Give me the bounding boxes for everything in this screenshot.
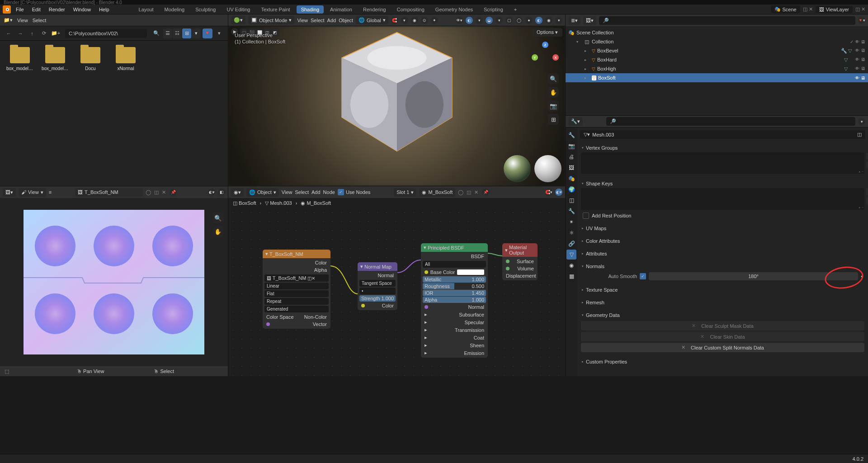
viewport-options[interactable]: Options ▾ bbox=[532, 28, 562, 37]
uvmap-field[interactable]: • bbox=[359, 288, 396, 294]
area-type-icon[interactable]: 🖼▾ bbox=[3, 188, 16, 197]
roughness-slider[interactable]: Roughness0.500 bbox=[423, 283, 486, 289]
vp-menu[interactable]: View bbox=[297, 18, 308, 23]
workspace-tab[interactable]: Rendering bbox=[359, 5, 391, 14]
nav-back-icon[interactable]: ← bbox=[4, 28, 14, 38]
node-image-texture[interactable]: ▾T_BoxSoft_NM Color Alpha 🖼 T_BoxSoft_NM… bbox=[263, 250, 330, 329]
menu-edit[interactable]: Edit bbox=[29, 6, 44, 13]
cube-mesh[interactable] bbox=[329, 24, 465, 160]
overlay-dd[interactable]: ▾ bbox=[495, 17, 503, 24]
area-type-icon[interactable]: 🔧▾ bbox=[568, 117, 583, 126]
vp-menu[interactable]: Select bbox=[311, 18, 325, 23]
outliner-row[interactable]: ▸▽BoxBevel🔧 ▽ 👁 🖥 bbox=[566, 46, 868, 55]
material-selector[interactable]: ◉ M_BoxSoft bbox=[419, 188, 455, 197]
metallic-slider[interactable]: Metallic1.000 bbox=[423, 276, 486, 283]
proptab-physics-icon[interactable]: ⚛ bbox=[566, 228, 576, 238]
outliner-search[interactable]: 🔎 bbox=[599, 16, 855, 25]
add-icon[interactable]: + bbox=[866, 188, 868, 195]
misc-icon[interactable]: ✦ bbox=[431, 17, 438, 24]
img-actions[interactable]: ◯ ◫ ✕ bbox=[146, 189, 167, 195]
workspace-tab[interactable]: Modeling bbox=[160, 5, 189, 14]
axis-x-icon[interactable]: X bbox=[552, 54, 559, 61]
orient-selector[interactable]: 🌐Global▾ bbox=[356, 16, 388, 24]
propedit-icon[interactable]: ◉ bbox=[411, 17, 418, 24]
nav-refresh-icon[interactable]: ⟳ bbox=[39, 28, 49, 38]
view-sort-icon[interactable]: ▾ bbox=[192, 28, 201, 38]
proptab-scene-icon[interactable]: 🎭 bbox=[566, 174, 576, 184]
proptab-render-icon[interactable]: 📷 bbox=[566, 141, 576, 151]
img-selector[interactable]: 🖼T_BoxSoft_NM bbox=[75, 188, 143, 196]
proptab-mesh-icon[interactable]: ▽ bbox=[566, 250, 576, 260]
vertex-groups-list[interactable]: + ▾ ▸ ┄ bbox=[581, 152, 864, 174]
pin-icon[interactable]: 📌 bbox=[482, 189, 489, 196]
proptab-output-icon[interactable]: 🖨 bbox=[566, 152, 576, 162]
proptab-tool-icon[interactable]: 🔧 bbox=[566, 130, 576, 140]
overlay-toggle[interactable]: ◒ bbox=[486, 17, 493, 24]
zoom-icon[interactable]: 🔍 bbox=[212, 213, 223, 223]
folder-item[interactable]: xNormal bbox=[112, 47, 139, 71]
proptab-modifier-icon[interactable]: 🔧 bbox=[566, 206, 576, 216]
proj-field[interactable]: Flat bbox=[264, 290, 329, 297]
view-thumb-icon[interactable]: ⊞ bbox=[182, 28, 191, 38]
strength-slider[interactable]: Strength1.000 bbox=[359, 295, 396, 302]
xray-icon[interactable]: ▢ bbox=[505, 17, 513, 24]
add-icon[interactable]: + bbox=[866, 152, 868, 160]
dist-field[interactable]: All bbox=[423, 261, 486, 268]
rest-pos-checkbox[interactable] bbox=[583, 213, 589, 219]
panel-header[interactable]: ▸Remesh bbox=[581, 298, 864, 307]
workspace-tab[interactable]: Geometry Nodes bbox=[431, 5, 477, 14]
shade-render-icon[interactable]: ◉ bbox=[545, 17, 552, 24]
menu-help[interactable]: Help bbox=[96, 6, 113, 13]
snap-dd-icon[interactable]: ▾ bbox=[401, 17, 408, 24]
mesh-selector[interactable]: ▽▾Mesh.003◫ bbox=[580, 130, 865, 139]
fb-menu-view[interactable]: View bbox=[17, 18, 28, 23]
folder-item[interactable]: Docu bbox=[77, 47, 104, 71]
panel-header[interactable]: ▸Texture Space bbox=[581, 285, 864, 294]
mat-actions[interactable]: ◯ ◫ ✕ bbox=[458, 189, 479, 195]
ior-slider[interactable]: IOR1.450 bbox=[423, 290, 486, 296]
area-type-icon[interactable]: 📁▾ bbox=[4, 17, 13, 23]
panel-header[interactable]: ▸Custom Properties bbox=[581, 357, 864, 366]
axis-y-icon[interactable]: Y bbox=[532, 54, 538, 61]
proptab-particle-icon[interactable]: ✴ bbox=[566, 217, 576, 227]
axis-z-icon[interactable]: Z bbox=[542, 42, 548, 48]
outliner-row[interactable]: ▾◫Collection✓ 👁 🖥 bbox=[566, 37, 868, 46]
clear-sculpt-button[interactable]: ✕Clear Sculpt Mask Data bbox=[581, 321, 864, 331]
scene-icons[interactable]: ◫ ✕ bbox=[803, 6, 813, 12]
area-type-icon[interactable]: ◉▾ bbox=[231, 188, 244, 197]
proptab-constraint-icon[interactable]: 🔗 bbox=[566, 239, 576, 249]
use-nodes-checkbox[interactable]: ✓ bbox=[338, 189, 344, 195]
overlay-icon[interactable]: ◐▾ bbox=[555, 189, 562, 196]
proptab-texture-icon[interactable]: ▦ bbox=[566, 271, 576, 281]
snap-icon[interactable]: 🧲▾ bbox=[545, 189, 552, 196]
hdri-sphere-icon[interactable] bbox=[504, 155, 531, 182]
src-field[interactable]: Generated bbox=[264, 306, 329, 312]
workspace-tab[interactable]: Animation bbox=[326, 5, 357, 14]
filter-dd-icon[interactable]: ▾ bbox=[214, 28, 224, 38]
snap-icon[interactable]: 🧲 bbox=[391, 17, 398, 24]
panel-header[interactable]: ▾Geometry Data bbox=[581, 311, 864, 320]
vp-menu[interactable]: Object bbox=[339, 18, 353, 23]
path-input[interactable]: C:\Polycount\box\V02\ bbox=[65, 29, 147, 38]
scene-selector[interactable]: 🎭Scene bbox=[771, 5, 800, 13]
workspace-tab[interactable]: UV Editing bbox=[222, 5, 255, 14]
panel-header[interactable]: ▸Attributes bbox=[581, 249, 864, 258]
proptab-viewlayer-icon[interactable]: 🖼 bbox=[566, 163, 576, 173]
folder-item[interactable]: box_models... bbox=[6, 47, 33, 71]
channels-icon[interactable]: ◧ bbox=[218, 189, 225, 196]
nav-up-icon[interactable]: ↑ bbox=[27, 28, 37, 38]
panel-header[interactable]: ▸Color Attributes bbox=[581, 236, 864, 246]
view-col-icon[interactable]: ☷ bbox=[173, 28, 182, 38]
outliner-row[interactable]: ▸▽BoxSoft👁 🖥 bbox=[566, 73, 868, 82]
auto-smooth-angle[interactable]: 180° bbox=[649, 272, 858, 280]
ne-menu[interactable]: View bbox=[282, 189, 292, 195]
outliner-row[interactable]: ▸▽BoxHard▽ 👁 🖥 bbox=[566, 55, 868, 64]
proptab-object-icon[interactable]: ◫ bbox=[566, 195, 576, 205]
viewport-3d[interactable]: 🟢▾ 🔲Object Mode▾ View Select Add Object … bbox=[228, 14, 565, 186]
search-icon[interactable]: 🔍 bbox=[151, 28, 161, 38]
img-menu-options[interactable]: ≡ bbox=[49, 189, 52, 195]
mode-selector[interactable]: 🔲Object Mode▾ bbox=[248, 16, 294, 24]
gizmo-dd[interactable]: ▾ bbox=[476, 17, 483, 24]
viewlayer-icons[interactable]: ◫ ✕ bbox=[855, 6, 865, 12]
pan-icon[interactable]: ✋ bbox=[548, 87, 559, 98]
